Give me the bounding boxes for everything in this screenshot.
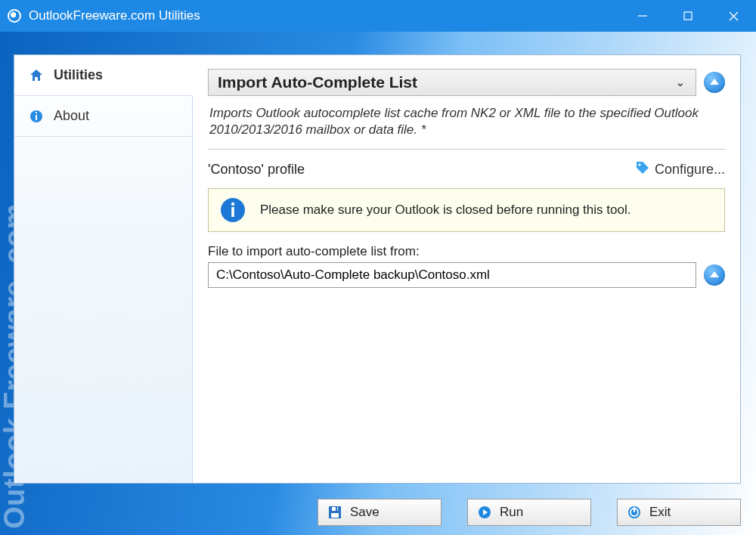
window-title: OutlookFreeware.com Utilities — [29, 8, 620, 23]
utility-heading-dropdown[interactable]: Import Auto-Complete List ⌄ — [208, 69, 696, 96]
browse-file-button[interactable] — [704, 264, 725, 286]
tag-icon — [635, 160, 650, 179]
svg-rect-6 — [36, 112, 37, 113]
close-icon — [729, 11, 739, 21]
save-button[interactable]: Save — [318, 499, 442, 526]
svg-point-11 — [231, 203, 234, 206]
maximize-icon — [683, 11, 692, 20]
chevron-down-icon: ⌄ — [676, 76, 685, 88]
title-bar: OutlookFreeware.com Utilities — [0, 0, 756, 32]
exit-button[interactable]: Exit — [617, 499, 741, 526]
file-field-label: File to import auto-complete list from: — [208, 244, 725, 259]
svg-rect-5 — [36, 115, 37, 120]
maximize-button[interactable] — [665, 0, 711, 32]
svg-point-7 — [638, 164, 640, 166]
exit-button-label: Exit — [649, 505, 671, 520]
sidebar-item-utilities[interactable]: Utilities — [14, 55, 193, 96]
minimize-icon — [637, 11, 648, 21]
heading-row: Import Auto-Complete List ⌄ — [208, 69, 725, 96]
profile-row: 'Contoso' profile Configure... — [208, 160, 725, 179]
main-panel: Utilities About Import Auto-Complete Lis… — [14, 54, 741, 484]
info-icon — [28, 108, 45, 125]
configure-link[interactable]: Configure... — [635, 160, 725, 179]
content-area: Import Auto-Complete List ⌄ Imports Outl… — [193, 55, 740, 483]
sidebar-item-about[interactable]: About — [14, 96, 192, 137]
info-message: Please make sure your Outlook is closed … — [260, 203, 631, 218]
sidebar-item-label: Utilities — [54, 67, 103, 83]
utility-description: Imports Outlook autocomplete list cache … — [208, 101, 725, 150]
run-button[interactable]: Run — [467, 499, 591, 526]
home-icon — [28, 67, 45, 84]
save-icon — [327, 505, 342, 520]
info-box: Please make sure your Outlook is closed … — [208, 188, 725, 232]
client-area: Outlook Freeware .com Utilities About — [0, 32, 756, 535]
profile-text: 'Contoso' profile — [208, 162, 305, 178]
svg-rect-10 — [231, 207, 234, 217]
play-icon — [477, 505, 492, 520]
minimize-button[interactable] — [620, 0, 665, 32]
sidebar-item-label: About — [54, 108, 89, 124]
power-icon — [627, 505, 642, 520]
bottom-button-bar: Save Run Exit — [318, 499, 741, 526]
svg-rect-15 — [336, 507, 337, 511]
info-circle-icon — [219, 196, 246, 224]
svg-rect-13 — [331, 513, 339, 518]
save-button-label: Save — [350, 505, 380, 520]
configure-label: Configure... — [655, 162, 725, 178]
app-icon — [8, 9, 21, 23]
utility-heading-text: Import Auto-Complete List — [218, 73, 417, 91]
close-button[interactable] — [711, 0, 756, 32]
run-button-label: Run — [500, 505, 523, 520]
svg-rect-20 — [634, 507, 635, 512]
file-row — [208, 262, 725, 288]
file-path-input[interactable] — [208, 262, 696, 288]
eject-button-top[interactable] — [704, 72, 725, 93]
svg-rect-1 — [684, 12, 692, 20]
window-controls — [620, 0, 756, 32]
sidebar: Utilities About — [14, 55, 193, 483]
